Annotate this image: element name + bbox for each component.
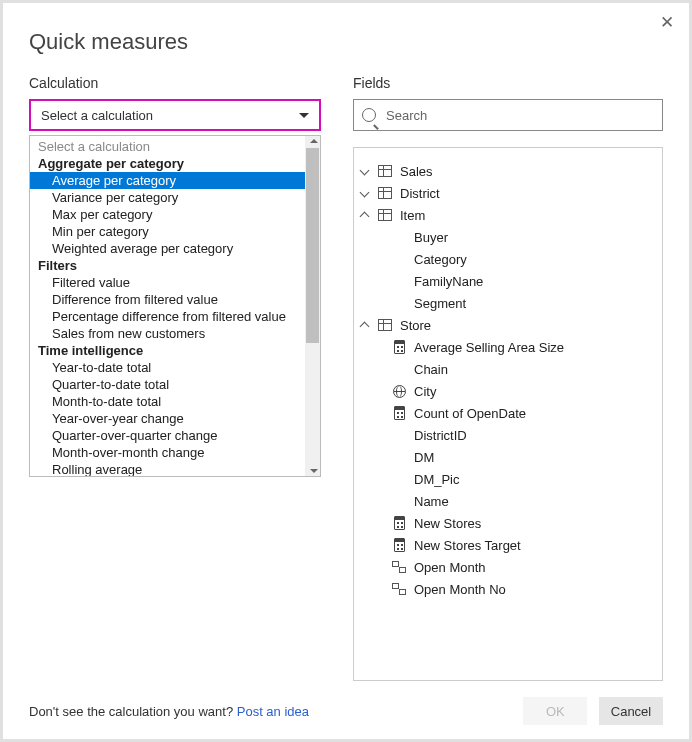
calc-option[interactable]: Weighted average per category xyxy=(30,240,305,257)
blank-icon xyxy=(392,362,406,376)
calc-option[interactable]: Month-over-month change xyxy=(30,444,305,461)
tree-field[interactable]: Average Selling Area Size xyxy=(358,336,658,358)
calc-option[interactable]: Month-to-date total xyxy=(30,393,305,410)
scrollbar-thumb[interactable] xyxy=(306,148,319,343)
calc-option[interactable]: Difference from filtered value xyxy=(30,291,305,308)
field-label: Average Selling Area Size xyxy=(414,340,564,355)
chevron-down-icon xyxy=(299,113,309,118)
fields-heading: Fields xyxy=(353,75,663,91)
measure-icon xyxy=(392,538,406,552)
calc-option[interactable]: Quarter-to-date total xyxy=(30,376,305,393)
tree-field[interactable]: Category xyxy=(358,248,658,270)
calc-option[interactable]: Average per category xyxy=(30,172,305,189)
table-icon xyxy=(378,318,392,332)
blank-icon xyxy=(392,450,406,464)
field-label: Segment xyxy=(414,296,466,311)
field-label: New Stores Target xyxy=(414,538,521,553)
tree-table[interactable]: Item xyxy=(358,204,658,226)
globe-icon xyxy=(392,384,406,398)
blank-icon xyxy=(392,428,406,442)
tree-field[interactable]: City xyxy=(358,380,658,402)
measure-icon xyxy=(392,406,406,420)
calc-option[interactable]: Variance per category xyxy=(30,189,305,206)
calculation-heading: Calculation xyxy=(29,75,321,91)
tree-field[interactable]: Chain xyxy=(358,358,658,380)
field-label: DM xyxy=(414,450,434,465)
tree-field[interactable]: Buyer xyxy=(358,226,658,248)
chevron-up-icon[interactable] xyxy=(360,210,370,220)
field-label: City xyxy=(414,384,436,399)
field-label: Chain xyxy=(414,362,448,377)
tree-table[interactable]: Sales xyxy=(358,160,658,182)
field-label: Buyer xyxy=(414,230,448,245)
tree-field[interactable]: New Stores xyxy=(358,512,658,534)
cancel-button[interactable]: Cancel xyxy=(599,697,663,725)
fields-search[interactable] xyxy=(353,99,663,131)
field-label: Sales xyxy=(400,164,433,179)
calc-option[interactable]: Quarter-over-quarter change xyxy=(30,427,305,444)
calc-group: Time intelligence xyxy=(30,342,305,359)
field-label: Category xyxy=(414,252,467,267)
calc-option[interactable]: Year-over-year change xyxy=(30,410,305,427)
field-label: District xyxy=(400,186,440,201)
calc-option[interactable]: Max per category xyxy=(30,206,305,223)
footer-text: Don't see the calculation you want? Post… xyxy=(29,704,309,719)
measure-icon xyxy=(392,340,406,354)
post-idea-link[interactable]: Post an idea xyxy=(237,704,309,719)
field-label: New Stores xyxy=(414,516,481,531)
chevron-up-icon[interactable] xyxy=(360,320,370,330)
field-label: DistrictID xyxy=(414,428,467,443)
tree-field[interactable]: Segment xyxy=(358,292,658,314)
calc-option[interactable]: Filtered value xyxy=(30,274,305,291)
calculation-listbox: Select a calculationAggregate per catego… xyxy=(29,135,321,477)
table-icon xyxy=(378,164,392,178)
field-label: Count of OpenDate xyxy=(414,406,526,421)
calc-option[interactable]: Min per category xyxy=(30,223,305,240)
chevron-down-icon[interactable] xyxy=(360,166,370,176)
hierarchy-icon xyxy=(392,582,406,596)
close-button[interactable]: ✕ xyxy=(655,11,679,35)
tree-field[interactable]: New Stores Target xyxy=(358,534,658,556)
tree-field[interactable]: DistrictID xyxy=(358,424,658,446)
table-icon xyxy=(378,186,392,200)
chevron-down-icon[interactable] xyxy=(360,188,370,198)
tree-field[interactable]: Open Month No xyxy=(358,578,658,600)
field-label: Open Month xyxy=(414,560,486,575)
calc-option[interactable]: Year-to-date total xyxy=(30,359,305,376)
field-label: DM_Pic xyxy=(414,472,460,487)
search-icon xyxy=(362,108,376,122)
search-input[interactable] xyxy=(384,107,654,124)
field-label: Name xyxy=(414,494,449,509)
quick-measures-dialog: ✕ Quick measures Calculation Select a ca… xyxy=(3,3,689,739)
blank-icon xyxy=(392,252,406,266)
measure-icon xyxy=(392,516,406,530)
table-icon xyxy=(378,208,392,222)
tree-field[interactable]: Name xyxy=(358,490,658,512)
tree-field[interactable]: Count of OpenDate xyxy=(358,402,658,424)
calc-hint: Select a calculation xyxy=(30,138,305,155)
field-label: Store xyxy=(400,318,431,333)
calc-group: Aggregate per category xyxy=(30,155,305,172)
fields-tree: SalesDistrictItemBuyerCategoryFamilyNane… xyxy=(353,147,663,681)
tree-table[interactable]: District xyxy=(358,182,658,204)
calc-option[interactable]: Rolling average xyxy=(30,461,305,476)
blank-icon xyxy=(392,230,406,244)
blank-icon xyxy=(392,472,406,486)
calculation-dropdown-label: Select a calculation xyxy=(41,108,153,123)
blank-icon xyxy=(392,494,406,508)
tree-table[interactable]: Store xyxy=(358,314,658,336)
calc-option[interactable]: Percentage difference from filtered valu… xyxy=(30,308,305,325)
calc-group: Filters xyxy=(30,257,305,274)
hierarchy-icon xyxy=(392,560,406,574)
field-label: Open Month No xyxy=(414,582,506,597)
scrollbar-track[interactable] xyxy=(305,136,320,476)
field-label: Item xyxy=(400,208,425,223)
tree-field[interactable]: DM_Pic xyxy=(358,468,658,490)
dialog-title: Quick measures xyxy=(29,29,663,55)
calculation-dropdown[interactable]: Select a calculation xyxy=(29,99,321,131)
tree-field[interactable]: FamilyNane xyxy=(358,270,658,292)
calc-option[interactable]: Sales from new customers xyxy=(30,325,305,342)
tree-field[interactable]: Open Month xyxy=(358,556,658,578)
tree-field[interactable]: DM xyxy=(358,446,658,468)
blank-icon xyxy=(392,274,406,288)
